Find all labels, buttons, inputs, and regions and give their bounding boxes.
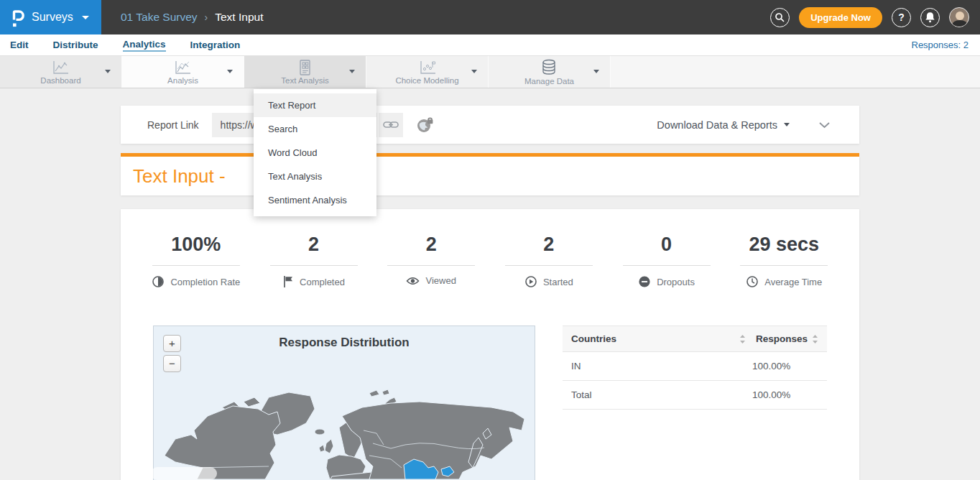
stat-value: 2 (372, 234, 490, 256)
tab-label: Text Analysis (281, 76, 328, 85)
stats-row: 100% Completion Rate 2 (121, 209, 859, 288)
tab-choice-modelling[interactable]: Choice Modelling (366, 56, 489, 88)
country-cell: Total (571, 389, 742, 400)
tab-caret-icon[interactable] (105, 70, 111, 73)
value-cell: 100.00% (752, 361, 818, 371)
bell-icon (925, 11, 935, 23)
notifications-button[interactable] (920, 8, 940, 27)
help-button[interactable]: ? (892, 8, 911, 27)
tab-caret-icon[interactable] (593, 70, 599, 73)
database-icon (540, 59, 558, 76)
stat-viewed: 2 Viewed (372, 234, 490, 288)
trend-chart-icon (173, 60, 192, 75)
text-report-icon (295, 60, 314, 75)
sort-icon (812, 334, 818, 344)
nav-item-integration[interactable]: Integration (190, 40, 241, 51)
nav-item-edit[interactable]: Edit (10, 40, 29, 51)
avatar-head (956, 11, 964, 20)
column-header-responses: Responses (756, 333, 812, 344)
eye-icon (406, 276, 420, 286)
menu-item-sentiment-analysis[interactable]: Sentiment Analysis (254, 188, 376, 212)
user-avatar[interactable] (949, 7, 969, 27)
copy-link-button[interactable] (379, 113, 403, 137)
top-bar: Surveys 01 Take Survey › Text Input Upgr… (0, 0, 980, 34)
stat-completed: 2 Completed (255, 234, 373, 288)
toolbar-filler (611, 56, 980, 88)
map-zoom-controls: + − (163, 335, 181, 375)
clock-icon (746, 275, 759, 288)
privacy-settings-button[interactable] (416, 116, 435, 134)
menu-item-search[interactable]: Search (254, 117, 376, 141)
sort-countries-button[interactable] (739, 334, 746, 344)
stat-average-time: 29 secs Average Time (725, 234, 843, 288)
play-circle-icon (524, 275, 537, 288)
tab-manage-data[interactable]: Manage Data (489, 56, 611, 88)
upgrade-now-button[interactable]: Upgrade Now (799, 7, 882, 28)
link-icon (383, 120, 399, 129)
stat-started: 2 Started (490, 234, 608, 288)
menu-item-word-cloud[interactable]: Word Cloud (254, 141, 376, 165)
tab-caret-icon[interactable] (349, 70, 355, 73)
survey-nav: Edit Distribute Analytics Integration Re… (0, 34, 980, 56)
tab-analysis[interactable]: Analysis (122, 56, 244, 88)
tab-label: Manage Data (524, 77, 574, 86)
sort-icon (739, 334, 746, 344)
stat-label-text: Viewed (425, 275, 456, 286)
menu-item-text-report[interactable]: Text Report (254, 93, 376, 117)
download-caret-icon (784, 123, 790, 126)
analytics-toolbar: Dashboard Analysis Text Analysis (0, 56, 980, 88)
column-header-countries: Countries (571, 333, 739, 344)
globe-lock-icon (416, 116, 435, 134)
table-header-row: Countries Responses (563, 326, 827, 352)
breadcrumb-survey-link[interactable]: 01 Take Survey (121, 11, 198, 24)
breadcrumb-current-page: Text Input (215, 11, 263, 24)
menu-item-text-analysis[interactable]: Text Analysis (254, 165, 376, 188)
map-title: Response Distribution (154, 336, 535, 350)
search-icon (775, 12, 785, 23)
text-analysis-menu: Text Report Search Word Cloud Text Analy… (254, 89, 376, 216)
chevron-down-icon (818, 121, 831, 129)
download-label: Download Data & Reports (657, 119, 777, 131)
value-cell: 100.00% (752, 389, 818, 400)
stat-value: 29 secs (725, 234, 843, 256)
line-chart-icon (51, 60, 70, 75)
main-area: Report Link Downloa (0, 106, 980, 480)
responses-count: Responses: 2 (912, 40, 969, 50)
breadcrumb-separator: › (205, 11, 208, 23)
page-title: Text Input - (133, 165, 226, 188)
stat-value: 100% (137, 234, 255, 256)
sort-responses-button[interactable] (812, 334, 818, 344)
report-link-label: Report Link (147, 119, 199, 131)
tab-label: Dashboard (40, 76, 80, 85)
table-row: Total 100.00% (563, 381, 827, 410)
product-switcher[interactable]: Surveys (0, 0, 101, 34)
world-map[interactable] (154, 387, 535, 480)
nav-item-analytics[interactable]: Analytics (123, 39, 166, 52)
tab-caret-icon[interactable] (227, 70, 233, 73)
flag-icon (282, 275, 294, 288)
collapse-report-bar-button[interactable] (818, 121, 831, 129)
map-zoom-out-button[interactable]: − (163, 355, 181, 372)
stat-label-text: Completed (300, 277, 345, 287)
breadcrumb: 01 Take Survey › Text Input (101, 11, 770, 24)
table-row: IN 100.00% (563, 352, 827, 381)
stat-label-text: Started (543, 277, 573, 287)
download-data-reports-menu[interactable]: Download Data & Reports (657, 119, 790, 131)
tab-dashboard[interactable]: Dashboard (0, 56, 122, 88)
response-distribution-map[interactable]: Response Distribution + − (153, 326, 535, 480)
stat-value: 2 (490, 234, 608, 256)
tab-text-analysis[interactable]: Text Analysis (244, 56, 366, 88)
map-zoom-in-button[interactable]: + (163, 335, 181, 352)
scatter-flag-icon (418, 60, 437, 75)
top-actions: Upgrade Now ? (770, 7, 980, 28)
stat-completion-rate: 100% Completion Rate (137, 234, 255, 288)
avatar-body (952, 20, 968, 27)
search-button[interactable] (770, 8, 790, 27)
product-name: Surveys (32, 11, 73, 24)
tab-label: Choice Modelling (395, 76, 458, 85)
report-link-bar: Report Link Downloa (121, 106, 859, 144)
nav-item-distribute[interactable]: Distribute (53, 40, 98, 51)
questionpro-logo-icon (11, 8, 24, 27)
tab-caret-icon[interactable] (471, 70, 477, 73)
question-title-card: Text Input - (121, 157, 859, 195)
